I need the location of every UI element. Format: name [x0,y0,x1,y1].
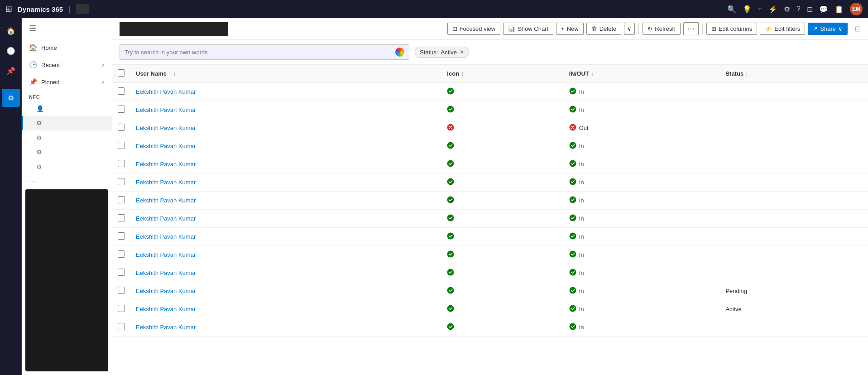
add-icon[interactable]: + [758,5,762,13]
nav-sub-item-settings4[interactable]: ⚙ [22,159,112,174]
row-checkbox[interactable] [118,124,125,131]
inout-green-icon [569,305,576,313]
nav-item-recent[interactable]: 🕒 Recent ∨ [22,56,112,73]
show-chart-button[interactable]: 📊 Show Chart [503,23,553,35]
row-checkbox-cell[interactable] [112,173,130,192]
nav-item-pinned[interactable]: 📌 Pinned ∨ [22,73,112,91]
hamburger-menu[interactable]: ☰ [22,18,112,39]
select-all-checkbox[interactable] [118,69,125,77]
nav-sub-item-user[interactable]: 👤 [22,101,112,116]
row-checkbox-cell[interactable] [112,137,130,155]
row-checkbox-cell[interactable] [112,228,130,246]
row-checkbox-cell[interactable] [112,119,130,137]
user-name-cell: Eekshith Pavan Kumar [130,101,441,119]
user-name-link[interactable]: Eekshith Pavan Kumar [136,179,196,186]
apps-grid-icon[interactable]: ⊞ [5,4,12,14]
user-name-link[interactable]: Eekshith Pavan Kumar [136,288,196,294]
sidebar-icon-pinned[interactable]: 📌 [2,62,20,80]
help-icon[interactable]: ? [796,5,801,13]
nav-sub-item-settings3[interactable]: ⚙ [22,145,112,159]
settings-icon[interactable]: ⚙ [784,5,790,14]
delete-label: Delete [599,25,617,32]
user-name-link[interactable]: Eekshith Pavan Kumar [136,306,196,312]
user-name-link[interactable]: Eekshith Pavan Kumar [136,143,196,149]
row-checkbox-cell[interactable] [112,264,130,282]
feedback-icon[interactable]: 📋 [834,5,844,14]
svg-point-1 [569,88,576,95]
sidebar-icon-home[interactable]: 🏠 [2,22,20,40]
search-box[interactable] [120,44,409,60]
chat-icon[interactable]: 💬 [819,5,828,14]
icon-sort-toggle-icon[interactable]: ↕ [461,70,464,77]
sidebar-icon-recent[interactable]: 🕒 [2,42,20,60]
table-header: User Name ↑ ↕ Icon ↕ [112,65,868,83]
remove-filter-button[interactable]: ✕ [460,49,464,55]
more-options-button[interactable]: ⋯ [683,22,699,35]
select-all-header[interactable] [112,65,130,83]
row-checkbox[interactable] [118,160,125,167]
row-checkbox[interactable] [118,178,125,185]
row-checkbox-cell[interactable] [112,83,130,101]
table-row: Eekshith Pavan KumarInPending [112,282,868,300]
filter-advanced-icon[interactable]: ⚡ [768,5,777,14]
refresh-button[interactable]: ↻ Refresh [643,23,681,35]
user-name-link[interactable]: Eekshith Pavan Kumar [136,161,196,168]
row-checkbox-cell[interactable] [112,318,130,337]
status-sort-toggle-icon[interactable]: ↕ [745,70,748,77]
user-name-link[interactable]: Eekshith Pavan Kumar [136,125,196,131]
edit-filters-button[interactable]: ⚡ Edit filters [760,23,805,35]
icon-column-header[interactable]: Icon ↕ [441,65,563,83]
user-name-link[interactable]: Eekshith Pavan Kumar [136,215,196,222]
search-input[interactable] [125,49,392,56]
user-name-link[interactable]: Eekshith Pavan Kumar [136,197,196,204]
row-checkbox[interactable] [118,269,125,276]
svg-point-25 [569,305,576,312]
row-checkbox[interactable] [118,305,125,312]
row-checkbox[interactable] [118,142,125,149]
sidebar-icon-settings[interactable]: ⚙ [2,89,20,107]
user-name-link[interactable]: Eekshith Pavan Kumar [136,106,196,113]
new-button[interactable]: + New [556,23,584,35]
row-checkbox-cell[interactable] [112,155,130,173]
delete-chevron-button[interactable]: ∨ [624,23,635,35]
row-checkbox[interactable] [118,287,125,294]
username-sort-toggle-icon[interactable]: ↕ [173,70,176,77]
share-button[interactable]: ↗ Share ∨ [808,23,848,35]
row-checkbox[interactable] [118,196,125,203]
user-name-link[interactable]: Eekshith Pavan Kumar [136,251,196,258]
delete-button[interactable]: 🗑 Delete [586,23,622,35]
lightbulb-icon[interactable]: 💡 [743,5,752,14]
row-checkbox-cell[interactable] [112,192,130,210]
external-app-icon[interactable]: ⊡ [807,5,813,14]
side-panel-toggle-icon[interactable]: ⊡ [855,24,861,33]
row-checkbox[interactable] [118,214,125,221]
inout-column-header[interactable]: IN/OUT ↕ [564,65,720,83]
nav-sub-item-settings2[interactable]: ⚙ [22,130,112,145]
inout-sort-toggle-icon[interactable]: ↕ [591,70,594,77]
user-name-link[interactable]: Eekshith Pavan Kumar [136,88,196,95]
edit-columns-button[interactable]: ⊞ Edit columns [706,23,757,35]
row-checkbox-cell[interactable] [112,300,130,318]
focused-view-button[interactable]: ⊡ Focused view [447,23,500,35]
row-checkbox-cell[interactable] [112,210,130,228]
row-checkbox-cell[interactable] [112,246,130,264]
row-checkbox[interactable] [118,250,125,258]
row-checkbox[interactable] [118,87,125,95]
row-checkbox-cell[interactable] [112,101,130,119]
svg-point-18 [447,251,454,258]
nav-sub-item-settings-active[interactable]: ⚙ [22,116,112,130]
status-column-header[interactable]: Status ↕ [720,65,868,83]
row-checkbox[interactable] [118,106,125,113]
user-name-link[interactable]: Eekshith Pavan Kumar [136,324,196,331]
inout-cell: In [564,264,720,282]
row-checkbox[interactable] [118,232,125,240]
user-avatar[interactable]: EM [850,3,863,15]
user-name-cell: Eekshith Pavan Kumar [130,119,441,137]
user-name-link[interactable]: Eekshith Pavan Kumar [136,269,196,276]
nav-item-home[interactable]: 🏠 Home [22,39,112,56]
row-checkbox[interactable] [118,323,125,330]
search-icon[interactable]: 🔍 [727,5,736,14]
user-name-link[interactable]: Eekshith Pavan Kumar [136,233,196,240]
row-checkbox-cell[interactable] [112,282,130,300]
username-column-header[interactable]: User Name ↑ ↕ [130,65,441,83]
